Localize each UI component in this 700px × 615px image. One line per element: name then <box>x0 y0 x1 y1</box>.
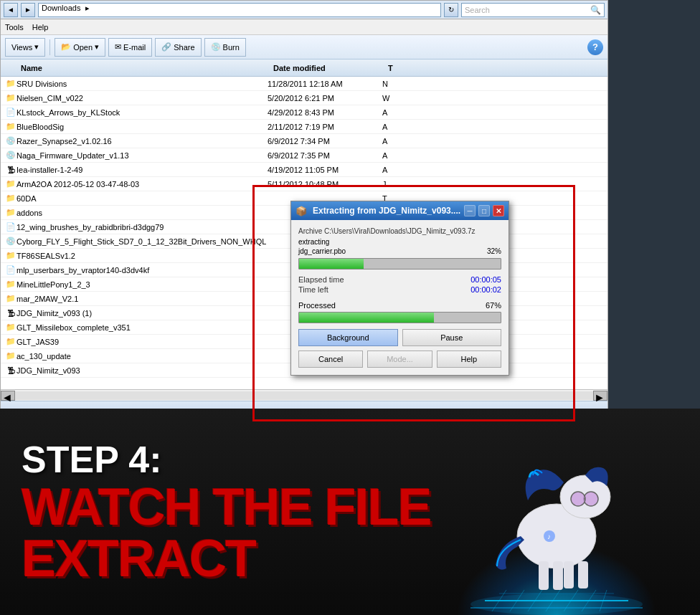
file-icon: 🗜 <box>5 365 16 376</box>
elapsed-value: 00:00:05 <box>401 275 502 284</box>
file-name: 60DA <box>16 194 268 203</box>
cancel-button[interactable]: Cancel <box>298 351 363 368</box>
file-type: A <box>382 123 387 131</box>
file-name: ac_130_update <box>16 352 268 361</box>
file-type: J <box>382 180 387 189</box>
file-icon: 📄 <box>5 107 16 118</box>
time-left-label: Time left <box>298 285 399 294</box>
file-date: 4/19/2012 11:05 PM <box>268 166 382 174</box>
file-type: A <box>382 166 387 174</box>
processed-label: Processed <box>298 301 336 310</box>
menu-tools[interactable]: Tools <box>5 23 24 32</box>
file-name: mar_2MAW_V2.1 <box>16 295 268 303</box>
processed-section: Processed 67% <box>298 301 501 323</box>
forward-button[interactable]: ► <box>21 3 35 17</box>
list-item[interactable]: 🗜Iea-installer-1-2-494/19/2012 11:05 PMA <box>1 163 607 177</box>
file-date: 6/9/2012 7:34 PM <box>268 137 382 146</box>
file-icon: 📄 <box>5 221 16 233</box>
col-type-header: T <box>388 64 460 72</box>
file-date: 6/9/2012 7:35 PM <box>268 151 382 160</box>
search-box[interactable]: Search 🔍 <box>461 3 605 17</box>
menu-help[interactable]: Help <box>32 23 49 32</box>
file-name: KLstock_Arrows_by_KLStock <box>16 108 268 117</box>
maximize-button[interactable]: □ <box>478 205 490 216</box>
list-item[interactable]: 📁BlueBloodSig2/11/2012 7:19 PMA <box>1 120 607 134</box>
processed-row: Processed 67% <box>298 301 501 310</box>
email-button[interactable]: ✉ E-mail <box>108 38 152 57</box>
file-icon: 📁 <box>5 178 16 190</box>
elapsed-label: Elapsed time <box>298 275 399 284</box>
file-icon: 📁 <box>5 207 16 219</box>
list-item[interactable]: 📁ArmA2OA 2012-05-12 03-47-48-035/11/2012… <box>1 177 607 191</box>
list-item[interactable]: 📄KLstock_Arrows_by_KLStock4/29/2012 8:43… <box>1 105 607 120</box>
list-item[interactable]: 📁SRU Divisions11/28/2011 12:18 AMN <box>1 77 607 91</box>
current-percent: 32% <box>487 247 501 255</box>
list-item[interactable]: 📁Nielsen_CIM_v0225/20/2012 6:21 PMW <box>1 91 607 105</box>
file-icon: 💿 <box>5 150 16 161</box>
file-icon: 📁 <box>5 92 16 104</box>
progress-bar-67 <box>298 312 501 323</box>
toolbar: Views ▾ 📂 Open ▾ ✉ E-mail 🔗 Share 💿 Burn… <box>1 35 607 59</box>
extracting-label: extracting <box>298 238 501 246</box>
file-type: N <box>382 80 388 88</box>
col-name-header[interactable]: Name <box>1 64 273 72</box>
col-date-header[interactable]: Date modified <box>273 64 388 72</box>
file-icon: 💿 <box>5 135 16 147</box>
file-name: addons <box>16 209 268 217</box>
file-name: Cyborg_FLY_5_Flight_Stick_SD7_0_1_12_32B… <box>16 237 268 246</box>
file-date: 11/28/2011 12:18 AM <box>268 80 382 88</box>
file-name: GLT_Missilebox_complete_v351 <box>16 323 268 332</box>
file-type: W <box>382 94 389 102</box>
file-name: BlueBloodSig <box>16 123 268 131</box>
file-date: 2/11/2012 7:19 PM <box>268 123 382 131</box>
background-button[interactable]: Background <box>298 329 398 346</box>
help-button[interactable]: ? <box>587 39 603 55</box>
open-button[interactable]: 📂 Open ▾ <box>55 38 105 57</box>
file-icon: 🗜 <box>5 164 16 176</box>
address-input[interactable]: Downloads ▸ <box>38 3 441 17</box>
file-date: 4/29/2012 8:43 PM <box>268 108 382 117</box>
list-item[interactable]: 💿Naga_Firmware_Updater_v1.136/9/2012 7:3… <box>1 148 607 163</box>
progress-fill-67 <box>299 313 434 323</box>
list-item[interactable]: 💿Razer_Synapse2_v1.02.166/9/2012 7:34 PM… <box>1 134 607 148</box>
current-filename: jdg_carrier.pbo <box>298 247 346 255</box>
views-button[interactable]: Views ▾ <box>5 38 45 57</box>
file-name: MineLittlePony1_2_3 <box>16 280 268 289</box>
mode-button[interactable]: Mode... <box>367 351 432 368</box>
column-headers: Name Date modified T <box>1 59 607 77</box>
svg-point-2 <box>584 492 598 506</box>
share-button[interactable]: 🔗 Share <box>155 38 201 57</box>
file-icon: 📁 <box>5 351 16 362</box>
file-icon: 📁 <box>5 250 16 262</box>
file-icon: 📁 <box>5 336 16 348</box>
file-icon: 📁 <box>5 293 16 305</box>
minimize-button[interactable]: ─ <box>464 205 476 216</box>
scroll-left[interactable]: ◄ <box>1 391 15 401</box>
refresh-button[interactable]: ↻ <box>444 3 458 17</box>
progress-bar-32 <box>298 258 501 270</box>
file-icon: 📁 <box>5 78 16 90</box>
address-text: Downloads <box>42 4 80 12</box>
search-placeholder: Search <box>465 6 490 14</box>
file-name: Razer_Synapse2_v1.02.16 <box>16 137 268 146</box>
pony-area: ♪ <box>413 387 700 615</box>
file-icon: 📁 <box>5 322 16 333</box>
file-name: Iea-installer-1-2-49 <box>16 166 268 174</box>
time-info: Elapsed time 00:00:05 Time left 00:00:02 <box>298 275 501 294</box>
time-left-value: 00:00:02 <box>401 285 502 294</box>
dialog-titlebar: 📦 Extracting from JDG_Nimitz_v093.... ─ … <box>291 201 509 220</box>
dialog-help-button[interactable]: Help <box>437 351 501 368</box>
separator-1 <box>49 39 50 55</box>
file-type: A <box>382 137 387 146</box>
close-button[interactable]: ✕ <box>493 205 504 216</box>
svg-point-3 <box>571 492 585 506</box>
archive-path: Archive C:\Users\Viral\Downloads\JDG_Nim… <box>298 227 501 235</box>
file-type: A <box>382 108 387 117</box>
pause-button[interactable]: Pause <box>402 329 502 346</box>
back-button[interactable]: ◄ <box>4 3 18 17</box>
burn-button[interactable]: 💿 Burn <box>204 38 246 57</box>
file-name: JDG_Nimitz_v093 (1) <box>16 309 268 318</box>
dialog-buttons-row2: Cancel Mode... Help <box>298 351 501 368</box>
file-icon: 📁 <box>5 193 16 204</box>
file-name: GLT_JAS39 <box>16 338 268 346</box>
